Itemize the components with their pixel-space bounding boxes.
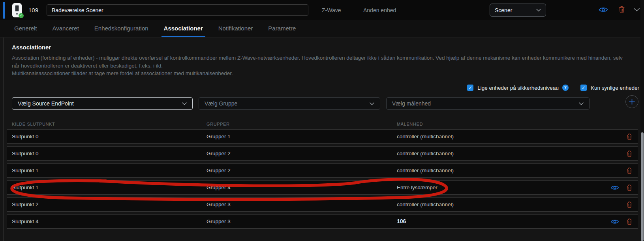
tab-enhedskonfiguration[interactable]: Enhedskonfiguration (92, 20, 151, 37)
cell-group: Grupper 1 (207, 130, 231, 143)
description-line: Association (forbinding af enheder) - mu… (12, 54, 630, 70)
delete-association-trash-icon[interactable] (626, 167, 633, 174)
protocol-label: Z-Wave (322, 7, 341, 13)
view-target-eye-icon[interactable] (610, 185, 619, 190)
remote-device-icon: ✓ (12, 3, 22, 17)
table-row: Slutpunkt 0 Grupper 2 controller (multic… (7, 146, 638, 161)
target-device-placeholder: Vælg målenhed (392, 100, 579, 107)
table-row: Slutpunkt 4 Grupper 3 106 (7, 214, 638, 229)
source-endpoint-select[interactable]: Vælg Source EndPoint (12, 97, 193, 110)
device-type-label: Anden enhed (363, 7, 396, 13)
device-header: ✓ 109 Z-Wave Anden enhed Scener (0, 0, 644, 20)
equal-security-label: Lige enheder på sikkerhedsniveau (477, 85, 559, 91)
selection-accent-bar (3, 2, 5, 19)
cell-target: controller (multichannel) (397, 130, 454, 143)
tab-associationer[interactable]: Associationer (161, 20, 205, 37)
view-target-eye-icon[interactable] (610, 218, 619, 224)
device-details-page: ✓ 109 Z-Wave Anden enhed Scener (0, 0, 644, 241)
table-row: Slutpunkt 1 Grupper 2 controller (multic… (7, 163, 638, 178)
equal-security-option: ✓ Lige enheder på sikkerhedsniveau ? (467, 85, 569, 91)
cell-target: controller (multichannel) (397, 164, 454, 177)
section-description: Association (forbinding af enheder) - mu… (12, 54, 630, 77)
device-visibility-eye-icon[interactable] (599, 6, 608, 13)
chevron-down-icon (579, 102, 584, 105)
cell-source: Slutpunkt 0 (12, 130, 39, 143)
group-select[interactable]: Vælg Gruppe (199, 97, 380, 110)
table-row-circled: Slutpunkt 1 Grupper 4 Entre lysdæmper (7, 180, 638, 195)
scrollbar-thumb[interactable] (641, 132, 644, 241)
cell-source: Slutpunkt 0 (12, 147, 39, 160)
cell-group: Grupper 2 (207, 147, 231, 160)
chevron-down-icon (370, 102, 374, 105)
remote-button-dot (16, 13, 18, 15)
remote-screen (15, 5, 19, 11)
cell-source: Slutpunkt 1 (12, 181, 39, 194)
delete-association-trash-icon[interactable] (626, 150, 633, 157)
device-tabs: Generelt Avanceret Enhedskonfiguration A… (0, 20, 644, 38)
section-title: Associationer (12, 44, 51, 51)
tab-notifikationer[interactable]: Notifikationer (216, 20, 255, 37)
collapse-panel-chevron-icon[interactable] (634, 8, 640, 11)
cell-source: Slutpunkt 1 (12, 164, 39, 177)
col-header-group: GRUPPER (207, 122, 230, 126)
cell-group: Grupper 3 (207, 215, 231, 228)
cell-group: Grupper 4 (207, 181, 231, 194)
cell-source: Slutpunkt 2 (12, 198, 39, 211)
help-icon[interactable]: ? (562, 85, 569, 91)
cell-group: Grupper 3 (207, 198, 231, 211)
cell-target: controller (multichannel) (397, 198, 454, 211)
cell-group: Grupper 2 (207, 164, 231, 177)
plus-icon (629, 98, 635, 105)
cell-target: Entre lysdæmper (397, 181, 437, 194)
target-device-select[interactable]: Vælg målenhed (386, 97, 590, 110)
scrollbar-track (640, 0, 644, 241)
cell-target: controller (multichannel) (397, 147, 454, 160)
tab-generelt[interactable]: Generelt (12, 20, 39, 37)
device-category-value: Scener (495, 7, 536, 13)
col-header-source: KILDE SLUTPUNKT (12, 122, 55, 126)
visible-only-label: Kun synlige enheder (591, 85, 639, 91)
add-association-button[interactable] (625, 95, 638, 108)
chevron-down-icon (536, 9, 541, 11)
device-category-select[interactable]: Scener (490, 4, 546, 17)
equal-security-checkbox[interactable]: ✓ (467, 85, 473, 91)
cell-source: Slutpunkt 4 (12, 215, 39, 228)
visible-only-checkbox[interactable]: ✓ (580, 85, 587, 91)
col-header-target: MÅLENHED (397, 122, 423, 126)
delete-association-trash-icon[interactable] (626, 218, 633, 225)
tab-avanceret[interactable]: Avanceret (50, 20, 81, 37)
cell-target-node-id: 106 (397, 215, 406, 228)
device-online-check-icon: ✓ (19, 13, 24, 18)
table-row: Slutpunkt 0 Grupper 1 controller (multic… (7, 129, 638, 144)
source-endpoint-placeholder: Vælg Source EndPoint (18, 100, 182, 107)
group-placeholder: Vælg Gruppe (205, 100, 370, 107)
tab-parametre[interactable]: Parametre (266, 20, 298, 37)
associations-table-body: Slutpunkt 0 Grupper 1 controller (multic… (7, 129, 638, 231)
visible-only-option: ✓ Kun synlige enheder (580, 85, 639, 91)
device-delete-trash-icon[interactable] (618, 6, 625, 13)
chevron-down-icon (182, 102, 187, 105)
device-name-input[interactable] (47, 4, 308, 16)
description-line-2: Multikanalsassociationer tillader at tag… (12, 70, 630, 77)
table-row: Slutpunkt 2 Grupper 3 controller (multic… (7, 197, 638, 212)
node-id: 109 (28, 7, 38, 13)
delete-association-trash-icon[interactable] (626, 201, 633, 208)
filter-options: ✓ Lige enheder på sikkerhedsniveau ? ✓ K… (467, 85, 639, 91)
delete-association-trash-icon[interactable] (626, 133, 633, 140)
delete-association-trash-icon[interactable] (626, 184, 633, 191)
